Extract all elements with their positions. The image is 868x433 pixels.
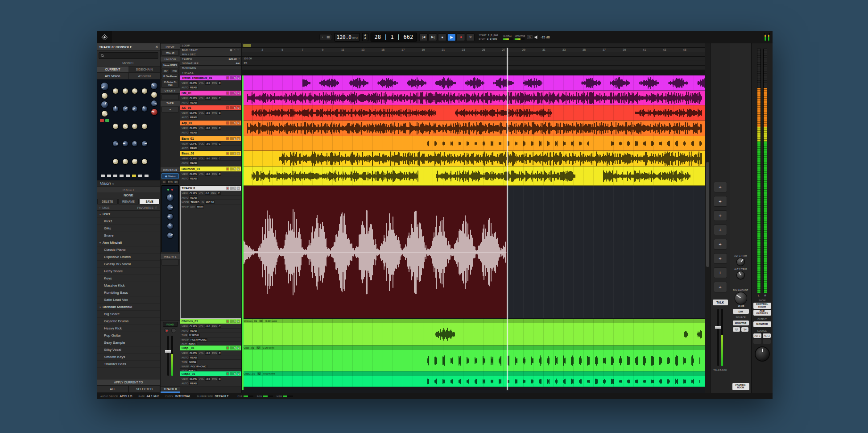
output-knob[interactable] [151, 109, 157, 115]
delete-button[interactable]: DELETE [97, 199, 118, 204]
track-lane-2[interactable] [242, 91, 705, 105]
channel-fader[interactable] [167, 336, 173, 376]
console-knob[interactable] [167, 204, 173, 210]
track-lane-6[interactable] [242, 151, 705, 167]
record-arm-button[interactable] [164, 328, 169, 333]
timeline-row-label-loop[interactable]: LOOP [180, 43, 242, 47]
knob[interactable] [123, 106, 128, 112]
alt2-button[interactable]: ALT 2 [763, 333, 771, 338]
preset-item-keys[interactable]: Keys [97, 275, 160, 282]
input-48v-button[interactable]: 48V [161, 69, 170, 73]
bar-ruler[interactable]: 3579111315171921232527293133353739414345 [242, 48, 705, 52]
pair-3-4-button[interactable]: 3|4 [741, 327, 748, 332]
track-lane-4[interactable] [242, 121, 705, 136]
scrollbar-thumb[interactable] [706, 162, 709, 267]
input-item[interactable]: C-Suite C-Vox [161, 80, 179, 87]
preset-item-smooth-keys[interactable]: Smooth Keys [97, 354, 160, 361]
track-solo-button[interactable]: S [233, 320, 236, 323]
statusbar-clock[interactable]: CLOCKINTERNAL [165, 395, 190, 398]
chevron-down-icon[interactable]: ▽ [112, 182, 114, 185]
preset-item-sexy-sample[interactable]: Sexy Sample [97, 339, 160, 346]
track-mute-button[interactable]: M [237, 152, 240, 155]
mute-button[interactable] [763, 339, 771, 344]
preset-item-massive-kick[interactable]: Massive Kick [97, 282, 160, 289]
track-input-button[interactable] [230, 76, 233, 79]
knob[interactable] [132, 88, 137, 94]
knob[interactable] [132, 124, 137, 129]
track-record-button[interactable] [226, 106, 229, 109]
track-solo-button[interactable]: S [233, 346, 236, 350]
track-input-button[interactable] [230, 137, 233, 140]
track-header-1[interactable]: Travis Thibodaux_01SMVIEWCLIPSVOL-3.0PAN… [180, 75, 241, 91]
clip-header[interactable]: Chimes_01Q0.00 semi [242, 319, 705, 323]
preset-item-snare[interactable]: Snare [97, 232, 160, 239]
click-settings[interactable]: ♩ ▦ [319, 34, 332, 40]
track-lane-3[interactable] [242, 105, 705, 121]
knob[interactable] [113, 159, 118, 164]
preset-item-glossy-bg-vocal[interactable]: Glossy BG Vocal [97, 261, 160, 268]
alt2-trim-knob[interactable] [737, 271, 744, 279]
add-send-button[interactable]: + [714, 239, 727, 250]
preset-item-silky-vocal[interactable]: Silky Vocal [97, 346, 160, 354]
position-display[interactable]: 28 | 1 | 662 [370, 33, 417, 42]
tags-label[interactable]: TAGS [102, 206, 109, 209]
track-lane-9[interactable]: Chimes_01Q0.00 semi [242, 319, 705, 346]
track-header-6[interactable]: Bass_01SMVIEWCLIPSVOL-3.0PANCAUTOREAD [180, 151, 241, 167]
knob[interactable] [142, 88, 147, 94]
knob[interactable] [151, 100, 157, 106]
clip-header[interactable]: Clap2_01Q0.00 semi [242, 371, 705, 376]
track-mute-button[interactable]: M [237, 346, 240, 350]
statusbar-rate[interactable]: RATE44.1 kHz [138, 395, 159, 398]
statusbar-buffer-size[interactable]: BUFFER SIZEDEFAULT [197, 395, 229, 398]
preset-item-gigantic-drums[interactable]: Gigantic Drums [97, 318, 160, 325]
preset-item-hefty-snare[interactable]: Hefty Snare [97, 268, 160, 275]
track-solo-button[interactable]: S [233, 92, 236, 95]
go-to-end-button[interactable]: ▶| [429, 33, 437, 41]
knob[interactable] [123, 88, 128, 94]
track-lane-11[interactable]: Clap2_01Q0.00 semi [242, 371, 705, 387]
add-send-button[interactable]: + [714, 182, 727, 192]
add-send-button[interactable]: + [714, 225, 727, 235]
plugin-button[interactable] [132, 175, 136, 177]
console-knob[interactable] [167, 223, 173, 229]
knob[interactable] [132, 141, 137, 146]
track-mute-button[interactable]: M [237, 106, 240, 109]
fader-thumb[interactable] [165, 350, 171, 353]
track-header-9[interactable]: Chimes_01SMVIEWCLIPSVOL-3.0PANCAUTOREADT… [180, 319, 241, 346]
control-room-button[interactable]: CONTROL ROOM [732, 383, 749, 390]
track-header-4[interactable]: Arp_01SMVIEWCLIPSVOL-3.0PANCAUTOREAD [180, 121, 241, 136]
track-input-button[interactable] [230, 121, 233, 125]
timeline-row-label-tempo[interactable]: TEMPO120.00› [180, 57, 242, 61]
track-lane-7[interactable] [242, 167, 705, 186]
talkback-fader-thumb[interactable] [715, 326, 721, 329]
api-vision-plugin-panel[interactable] [97, 79, 160, 180]
preset-item-heavy-kick[interactable]: Heavy Kick [97, 325, 160, 332]
star-icon[interactable]: ☆ [155, 206, 157, 209]
track-input-button[interactable] [230, 92, 233, 95]
preset-group-ann-mincieli[interactable]: ▾Ann Mincieli [97, 239, 160, 246]
console-plugin-slot[interactable]: ◆ Vision [161, 173, 179, 179]
preset-item-thunder-bass[interactable]: Thunder Bass [97, 361, 160, 368]
power-button[interactable] [100, 119, 104, 122]
track-header-10[interactable]: Clap _01SMVIEWCLIPSVOL-3.0PANCAUTOREADTI… [180, 346, 241, 371]
track-solo-button[interactable]: S [233, 137, 236, 140]
track-record-button[interactable] [226, 137, 229, 140]
plugin-button[interactable] [113, 175, 117, 177]
track-input-button[interactable] [230, 106, 233, 109]
add-send-button[interactable]: + [714, 253, 727, 264]
preset-item-ghs[interactable]: GHs [97, 225, 160, 232]
add-send-button[interactable]: + [714, 282, 727, 292]
record-button[interactable]: ● [457, 33, 465, 41]
plugin-button[interactable] [145, 175, 149, 177]
track-header-11[interactable]: Clap2_01SMVIEWCLIPSVOL-3.0PANCAUTOREAD [180, 371, 241, 387]
apply-all-button[interactable]: ALL [97, 385, 128, 393]
plugin-button[interactable] [101, 175, 105, 177]
preset-group-user[interactable]: ▾User [97, 211, 160, 218]
talk-button[interactable]: TALK [713, 300, 728, 305]
timeline-row-label-min-sec[interactable]: MIN / SEC [180, 52, 242, 56]
track-lane-1[interactable] [242, 75, 705, 91]
timeline-row-label-bar-beat[interactable]: BAR / BEAT▦∩→ [180, 48, 242, 52]
add-send-button[interactable]: + [714, 196, 727, 207]
input-item[interactable]: P De-Esser [161, 74, 179, 79]
arrow-icon[interactable]: → [237, 48, 240, 51]
